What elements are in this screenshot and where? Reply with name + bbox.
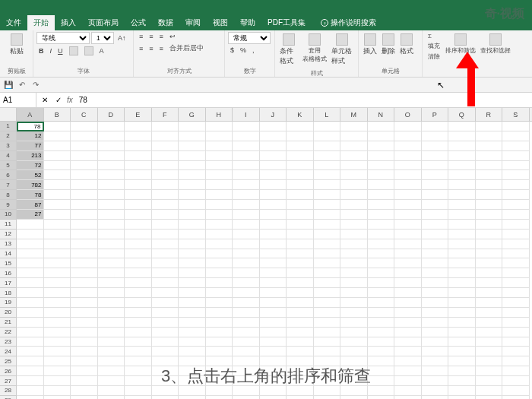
cell[interactable] — [17, 366, 44, 376]
cell[interactable]: 72 — [17, 161, 44, 171]
cell[interactable] — [368, 278, 395, 288]
cell[interactable] — [314, 131, 341, 141]
cell[interactable] — [260, 161, 287, 171]
cell[interactable] — [394, 141, 422, 151]
cell[interactable] — [476, 190, 503, 200]
cell[interactable] — [502, 347, 530, 356]
cell[interactable] — [44, 347, 71, 356]
cell[interactable] — [44, 268, 71, 278]
cell[interactable] — [394, 131, 422, 141]
cell[interactable] — [502, 268, 530, 278]
cell[interactable] — [394, 298, 422, 308]
cell[interactable] — [233, 249, 260, 259]
cell[interactable] — [448, 210, 476, 220]
cell[interactable] — [502, 210, 530, 220]
align-left-button[interactable]: ≡ — [137, 44, 145, 53]
cell[interactable] — [206, 298, 233, 308]
cell[interactable] — [98, 180, 125, 190]
cell[interactable] — [233, 318, 260, 328]
cell[interactable] — [125, 347, 152, 356]
cell[interactable] — [206, 318, 233, 328]
cell[interactable] — [260, 122, 287, 131]
cell[interactable] — [394, 210, 422, 220]
cell[interactable] — [179, 258, 206, 268]
cell[interactable] — [287, 249, 314, 259]
row-header-1[interactable]: 1 — [0, 122, 17, 131]
tab-file[interactable]: 文件 — [0, 15, 27, 30]
clear-button[interactable]: 清除 — [426, 52, 442, 62]
cell[interactable] — [98, 210, 125, 220]
cell[interactable] — [125, 220, 152, 230]
cell[interactable] — [98, 230, 125, 239]
cell[interactable] — [125, 151, 152, 161]
cell[interactable] — [368, 220, 395, 230]
fill-color-button[interactable] — [82, 46, 96, 56]
cell[interactable] — [260, 268, 287, 278]
cell[interactable] — [98, 161, 125, 171]
row-header-9[interactable]: 9 — [0, 200, 17, 210]
row-header-20[interactable]: 20 — [0, 308, 17, 318]
cell[interactable] — [502, 376, 530, 386]
cell[interactable] — [125, 376, 152, 386]
cell[interactable] — [287, 180, 314, 190]
cell[interactable] — [125, 210, 152, 220]
cell[interactable] — [98, 356, 125, 366]
cell[interactable] — [394, 356, 422, 366]
cell[interactable] — [422, 220, 449, 230]
cell[interactable] — [152, 328, 179, 337]
cell[interactable] — [152, 258, 179, 268]
cell[interactable] — [71, 170, 98, 180]
cell[interactable] — [206, 151, 233, 161]
cell[interactable] — [287, 337, 314, 347]
cell[interactable] — [17, 258, 44, 268]
cell[interactable] — [502, 258, 530, 268]
cell[interactable] — [125, 122, 152, 131]
cell[interactable] — [260, 131, 287, 141]
cell[interactable] — [476, 170, 503, 180]
cancel-button[interactable]: ✕ — [40, 95, 50, 105]
cell[interactable] — [314, 180, 341, 190]
cell[interactable] — [368, 366, 395, 376]
cell[interactable] — [394, 328, 422, 337]
cell[interactable] — [17, 230, 44, 239]
col-header-O[interactable]: O — [394, 108, 422, 121]
cell[interactable] — [394, 308, 422, 318]
row-header-7[interactable]: 7 — [0, 180, 17, 190]
cell[interactable] — [340, 318, 368, 328]
cell[interactable] — [206, 161, 233, 171]
cell[interactable] — [44, 298, 71, 308]
cell[interactable] — [206, 288, 233, 298]
cell[interactable] — [152, 318, 179, 328]
cell[interactable] — [233, 180, 260, 190]
row-header-24[interactable]: 24 — [0, 347, 17, 356]
cell[interactable] — [44, 220, 71, 230]
cell[interactable] — [448, 141, 476, 151]
cell[interactable] — [476, 278, 503, 288]
cell[interactable] — [448, 230, 476, 239]
cell[interactable] — [314, 220, 341, 230]
cell[interactable] — [125, 180, 152, 190]
cell[interactable] — [287, 278, 314, 288]
row-header-16[interactable]: 16 — [0, 268, 17, 278]
cell[interactable] — [71, 190, 98, 200]
cell[interactable] — [476, 230, 503, 239]
cell[interactable] — [179, 318, 206, 328]
cell[interactable]: 782 — [17, 180, 44, 190]
cell[interactable] — [44, 318, 71, 328]
cell[interactable] — [179, 239, 206, 249]
align-center-button[interactable]: ≡ — [147, 44, 155, 53]
cell[interactable] — [287, 239, 314, 249]
cell[interactable] — [476, 131, 503, 141]
cell[interactable] — [44, 249, 71, 259]
col-header-E[interactable]: E — [125, 108, 152, 121]
col-header-R[interactable]: R — [476, 108, 503, 121]
cell[interactable] — [44, 239, 71, 249]
comma-button[interactable]: , — [250, 46, 257, 55]
cell[interactable] — [422, 249, 449, 259]
cell[interactable] — [314, 239, 341, 249]
cell[interactable] — [340, 170, 368, 180]
cell[interactable] — [368, 122, 395, 131]
cell[interactable] — [502, 180, 530, 190]
cell[interactable] — [394, 396, 422, 399]
cell[interactable] — [314, 337, 341, 347]
